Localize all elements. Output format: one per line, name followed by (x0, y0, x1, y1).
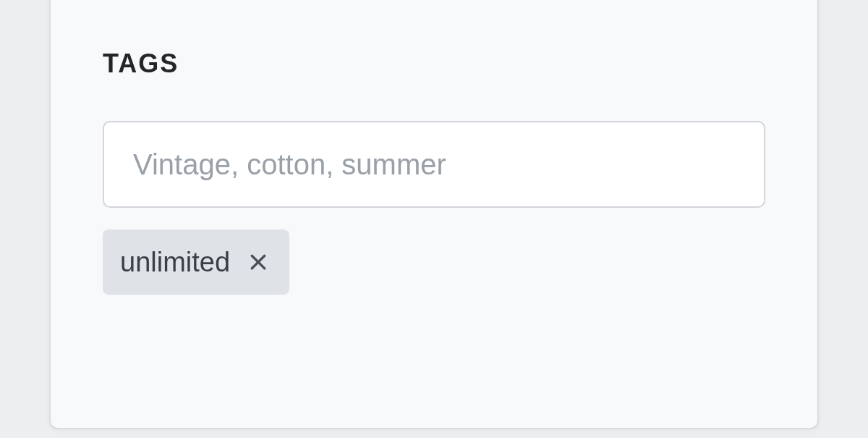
tags-input-placeholder: Vintage, cotton, summer (133, 148, 446, 181)
tags-card: TAGS Vintage, cotton, summer unlimited (49, 0, 819, 429)
tag-pill: unlimited (103, 229, 289, 295)
remove-tag-button[interactable] (244, 248, 272, 276)
close-icon (247, 251, 269, 273)
tags-heading: TAGS (103, 49, 179, 79)
page-background: TAGS Vintage, cotton, summer unlimited (0, 0, 868, 438)
tag-pill-label: unlimited (120, 247, 230, 278)
tags-input[interactable]: Vintage, cotton, summer (103, 121, 765, 208)
